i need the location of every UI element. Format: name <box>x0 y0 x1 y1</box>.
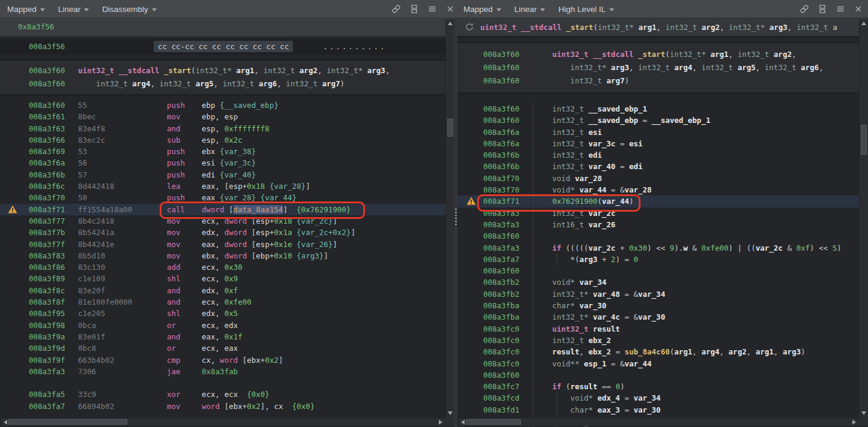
close-icon[interactable] <box>851 2 865 16</box>
hlil-row[interactable]: 008a3f70void* var_44 = &var_28 <box>457 184 868 196</box>
hlil-row[interactable]: 008a3fd1 char* eax_3 = var_30 <box>457 404 868 416</box>
code-token: ) <box>620 382 625 391</box>
asm-row[interactable]: 008a3f838b5d10movebx, dword [ebp+0x10 {a… <box>0 250 454 261</box>
scroll-down-arrow[interactable] <box>861 411 866 415</box>
hlil-row[interactable]: 008a3fa7 *(arg3 + 2) = 0 <box>457 254 868 265</box>
menu-icon[interactable] <box>833 2 847 16</box>
hlil-row[interactable]: 008a3f60int32_t __saved_ebp = __saved_eb… <box>457 115 868 126</box>
asm-row[interactable]: 008a3f9d0bc8orecx, eax <box>0 342 454 354</box>
menu-icon[interactable] <box>425 2 439 16</box>
close-icon[interactable] <box>443 2 457 16</box>
hlil-row[interactable]: 008a3fa3int16_t var_26 <box>457 219 868 230</box>
code-token: ). <box>674 243 683 252</box>
hlil-row[interactable]: 008a3f60 <box>457 230 868 242</box>
padding-bytes-row[interactable]: 008a3f56 cc cc-cc cc cc cc cc cc cc cc .… <box>0 38 454 55</box>
hlil-row[interactable]: 008a3fb2void* var_34 <box>457 276 868 288</box>
sig-row[interactable]: 008a3f60 int32_t arg4, int32_t arg5, int… <box>0 77 454 91</box>
asm-row[interactable]: 008a3f95c1e205shledx, 0x5 <box>0 308 454 319</box>
sig-row[interactable]: 008a3f60 int32_t* arg3, int32_t arg4, in… <box>457 61 868 74</box>
scroll-up-arrow[interactable] <box>448 22 453 25</box>
asm-row[interactable] <box>0 377 454 389</box>
code-token <box>292 228 297 237</box>
hlil-row[interactable]: 008a3fbachar* var_30 <box>457 300 868 311</box>
scrollbar-corner <box>859 417 868 426</box>
hlil-row[interactable]: 008a3f70void var_28 <box>457 173 868 184</box>
asm-row[interactable]: 008a3f6383e4f8andesp, 0xfffffff8 <box>0 123 454 134</box>
asm-row[interactable]: 008a3fa533c9xorecx, ecx {0x0} <box>0 389 454 400</box>
link-icon[interactable] <box>389 2 403 16</box>
hlil-row[interactable]: 008a3fc0uint32_t result <box>457 323 868 335</box>
link-icon[interactable] <box>797 2 811 16</box>
scrollbar-thumb[interactable] <box>466 419 521 425</box>
hlil-row[interactable]: 008a3f60 <box>457 265 868 276</box>
asm-row[interactable]: 008a3f6683ec2csubesp, 0x2c <box>0 134 454 146</box>
hlil-row[interactable]: 008a3f6aint32_t var_3c = esi <box>457 138 868 149</box>
hlil-row[interactable]: 008a3f60 <box>457 369 868 381</box>
split-sync-icon[interactable] <box>815 2 829 16</box>
splitter-handle-dots[interactable] <box>455 209 457 225</box>
hlil-row[interactable]: 008a3f60int32_t __saved_ebp_1 <box>457 103 868 115</box>
scrollbar-thumb[interactable] <box>8 419 127 425</box>
asm-row[interactable]: 008a3f8683c130addecx, 0x30 <box>0 261 454 273</box>
asm-row[interactable]: 008a3fa766894b02movword [ebx+0x2], cx {0… <box>0 401 454 412</box>
scrollbar-thumb[interactable] <box>447 119 453 137</box>
hlil-row[interactable]: 008a3f6bint32_t edi <box>457 149 868 161</box>
asm-row[interactable]: 008a3f7050pusheax {var_28} {var_44} <box>0 192 454 203</box>
scroll-left-arrow[interactable] <box>461 420 465 425</box>
asm-row[interactable]: 008a3f8f81e100fe0000andecx, 0xfe00 <box>0 296 454 308</box>
linear-menu[interactable]: Linear <box>58 5 89 14</box>
asm-row[interactable]: 008a3f6c8d442418leaeax, [esp+0x18 {var_2… <box>0 181 454 192</box>
hlil-row[interactable]: 008a3f710x76291900(var_44) <box>457 196 868 207</box>
scroll-right-arrow[interactable] <box>852 420 856 425</box>
sig-row[interactable]: 008a3f60uint32_t __stdcall _start(int32_… <box>457 48 868 61</box>
horizontal-scrollbar[interactable] <box>1 417 445 426</box>
mapped-menu[interactable]: Mapped <box>7 5 45 14</box>
asm-row[interactable]: 008a3f980bcaorecx, edx <box>0 320 454 331</box>
vertical-scrollbar[interactable] <box>445 19 454 417</box>
sig-row[interactable]: 008a3f60 int32_t arg7) <box>457 74 868 88</box>
hlil-row[interactable]: 008a3fa3if (((((var_2c + 0x30) << 9).w &… <box>457 242 868 254</box>
asm-row[interactable]: 008a3f7b8b54241amovedx, dword [esp+0x1a … <box>0 227 454 238</box>
scroll-up-arrow[interactable] <box>861 22 866 25</box>
mapped-menu[interactable]: Mapped <box>463 5 501 14</box>
view-type-menu[interactable]: High Level IL <box>558 5 614 14</box>
asm-row[interactable]: 008a3f8c83e20fandedx, 0xf <box>0 285 454 296</box>
asm-row[interactable]: 008a3f6b57pushedi {var_40} <box>0 169 454 181</box>
split-sync-icon[interactable] <box>407 2 421 16</box>
mnemonic: push <box>167 169 202 181</box>
view-type-menu[interactable]: Disassembly <box>102 5 157 14</box>
asm-row[interactable]: 008a3f7f8b44241emoveax, dword [esp+0x1e … <box>0 239 454 250</box>
hlil-row[interactable]: 008a3fa3int32_t var_2c <box>457 208 868 219</box>
scroll-right-arrow[interactable] <box>439 420 442 425</box>
scroll-down-arrow[interactable] <box>448 411 453 415</box>
code-token: ebx <box>247 356 261 365</box>
code-token: = <box>615 139 629 148</box>
asm-row[interactable]: 008a3f618becmovebp, esp <box>0 111 454 122</box>
hlil-row[interactable]: 008a3fc0int32_t ebx_2 <box>457 335 868 346</box>
asm-row[interactable]: 008a3f71ff1554a18a00calldword [data_8aa1… <box>0 204 454 215</box>
code-token: , <box>692 63 701 72</box>
code-token: int32_t* <box>196 66 232 75</box>
horizontal-scrollbar[interactable] <box>459 417 858 426</box>
hlil-row[interactable]: 008a3f6bint32_t var_40 = edi <box>457 161 868 172</box>
asm-row[interactable]: 008a3fa37306jae0x8a3fab <box>0 366 454 377</box>
asm-row[interactable]: 008a3f89c1e109shlecx, 0x9 <box>0 273 454 284</box>
hlil-row[interactable]: 008a3fc7if (result == 0) <box>457 381 868 392</box>
hlil-row[interactable]: 008a3fbaint32_t* var_4c = &var_30 <box>457 311 868 323</box>
asm-row[interactable]: 008a3f6055pushebp {__saved_ebp} <box>0 100 454 111</box>
hlil-row[interactable]: 008a3fc0void** esp_1 = &var_44 <box>457 358 868 369</box>
hlil-row[interactable]: 008a3fcd void* edx_4 = var_34 <box>457 392 868 404</box>
scrollbar-thumb[interactable] <box>861 125 867 155</box>
hlil-row[interactable]: 008a3f6aint32_t esi <box>457 127 868 138</box>
linear-menu[interactable]: Linear <box>514 5 546 14</box>
vertical-scrollbar[interactable] <box>859 19 868 417</box>
asm-row[interactable]: 008a3f778b4c2418movecx, dword [esp+0x18 … <box>0 215 454 227</box>
asm-row[interactable]: 008a3f6a56pushesi {var_3c} <box>0 157 454 169</box>
asm-row[interactable]: 008a3f9f663b4b02cmpcx, word [ebx+0x2] <box>0 354 454 366</box>
scroll-left-arrow[interactable] <box>4 420 7 425</box>
hlil-row[interactable]: 008a3fc0result, ebx_2 = sub_8a4c60(arg1,… <box>457 346 868 357</box>
hlil-row[interactable]: 008a3fb2int32_t* var_48 = &var_34 <box>457 288 868 300</box>
asm-row[interactable]: 008a3f9a83e01fandeax, 0x1f <box>0 331 454 342</box>
asm-row[interactable]: 008a3f6953pushebx {var_38} <box>0 146 454 157</box>
sig-row[interactable]: 008a3f60uint32_t __stdcall _start(int32_… <box>0 64 454 77</box>
